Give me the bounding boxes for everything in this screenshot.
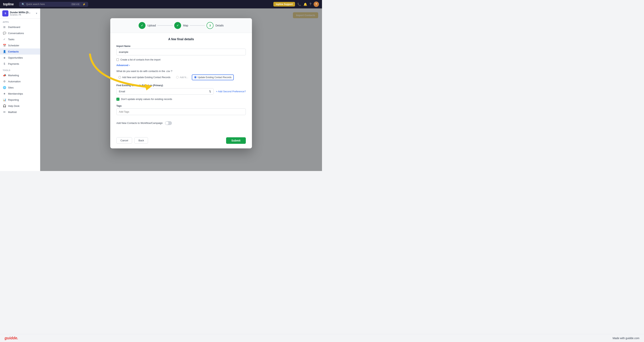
conversations-icon: 💬 xyxy=(3,32,6,35)
find-contacts-value: Email xyxy=(119,90,125,93)
sidebar-item-label: Conversations xyxy=(8,32,24,35)
search-shortcut: Ctrl + K xyxy=(71,3,80,6)
step-map-label: Map xyxy=(183,24,188,27)
sidebar-item-mailfold[interactable]: ✉ Mailfold xyxy=(0,109,40,115)
dashboard-icon: ⊞ xyxy=(3,26,6,28)
mailfold-icon: ✉ xyxy=(3,110,6,114)
advanced-arrow-icon: › xyxy=(129,64,130,67)
support-button[interactable]: topline Support xyxy=(273,2,295,6)
sidebar-item-reporting[interactable]: 📊 Reporting xyxy=(0,97,40,103)
step-map: ✓ Map xyxy=(174,22,188,29)
advanced-link-text: Advanced xyxy=(116,64,128,67)
import-name-group: Import Name xyxy=(116,45,246,55)
cancel-button[interactable]: Cancel xyxy=(116,137,132,144)
import-modal: ✓ Upload ✓ Map 3 Details A few final det… xyxy=(110,18,252,148)
step-upload-label: Upload xyxy=(148,24,156,27)
tags-group: Tags xyxy=(116,104,246,118)
sidebar-item-helpdesk[interactable]: 🎧 Help Desk xyxy=(0,103,40,109)
tools-section-label: Tools xyxy=(0,67,40,72)
sidebar-item-label: Tasks xyxy=(8,38,14,41)
sites-icon: 🌐 xyxy=(3,86,6,89)
advanced-link[interactable]: Advanced › xyxy=(116,64,130,67)
import-name-input[interactable] xyxy=(116,49,246,55)
lightning-icon: ⚡ xyxy=(82,3,86,6)
sidebar-item-scheduler[interactable]: 📅 Scheduler xyxy=(0,42,40,48)
import-name-label: Import Name xyxy=(116,45,246,48)
sidebar-item-label: Opportunities xyxy=(8,56,23,59)
search-icon: 🔍 xyxy=(22,3,25,6)
workspace-avatar: S xyxy=(2,10,8,16)
sidebar-item-contacts[interactable]: 👤 Contacts xyxy=(0,48,40,54)
dont-update-row: ✓ Don't update empty values for existing… xyxy=(116,98,246,101)
sidebar-item-marketing[interactable]: 📣 Marketing xyxy=(0,72,40,78)
sidebar-item-payments[interactable]: $ Payments xyxy=(0,61,40,67)
sidebar-item-label: Dashboard xyxy=(8,26,20,28)
submit-button[interactable]: Submit xyxy=(226,137,246,144)
radio-add-new[interactable]: Add N... xyxy=(174,75,190,80)
help-icon[interactable]: ? xyxy=(310,2,311,6)
sidebar-item-automation[interactable]: ⚙ Automation xyxy=(0,78,40,84)
create-list-row: Create a list of contacts from the impor… xyxy=(116,58,246,61)
step-details-label: Details xyxy=(215,24,224,27)
global-search[interactable]: 🔍 Quick search here Ctrl + K ⚡ xyxy=(19,2,88,7)
sidebar-item-dashboard[interactable]: ⊞ Dashboard xyxy=(0,24,40,30)
app-layout: S Dunder Mifflin [D... Scranton, PA ▼ Ap… xyxy=(0,8,322,171)
tags-input[interactable] xyxy=(116,108,246,115)
marketing-icon: 📣 xyxy=(3,74,6,77)
dont-update-checkbox[interactable]: ✓ xyxy=(116,98,120,101)
radio-update-existing[interactable]: Update Existing Contact Records xyxy=(192,74,234,80)
sidebar-item-label: Payments xyxy=(8,62,19,65)
main-content: Import Contacts ✓ Upload ✓ Map 3 Details xyxy=(40,8,322,171)
add-preference-link[interactable]: + Add Second Preference? xyxy=(216,90,246,93)
step-connector-1 xyxy=(157,25,173,26)
sidebar-item-label: Help Desk xyxy=(8,104,20,108)
create-list-label: Create a list of contacts from the impor… xyxy=(120,58,160,61)
sidebar-item-label: Scheduler xyxy=(8,44,19,47)
avatar[interactable]: T xyxy=(314,2,319,7)
radio-update-existing-label: Update Existing Contact Records xyxy=(198,76,232,79)
scheduler-icon: 📅 xyxy=(3,44,6,47)
radio-add-new-input[interactable] xyxy=(176,76,178,78)
workspace-selector[interactable]: S Dunder Mifflin [D... Scranton, PA ▼ xyxy=(0,8,40,18)
sidebar-item-sites[interactable]: 🌐 Sites xyxy=(0,84,40,90)
radio-add-update-input[interactable] xyxy=(118,76,121,78)
back-button[interactable]: Back xyxy=(134,137,148,144)
chevron-down-icon: ▼ xyxy=(36,12,38,15)
sidebar-item-tasks[interactable]: ✓ Tasks xyxy=(0,36,40,42)
radio-group-contact-action: Add New and Update Existing Contact Reco… xyxy=(116,74,246,80)
radio-add-update-label: Add New and Update Existing Contact Reco… xyxy=(122,76,170,79)
sidebar-item-label: Memberships xyxy=(8,92,23,95)
workflow-toggle[interactable] xyxy=(165,121,172,125)
modal-title: A few final details xyxy=(116,38,246,41)
app-logo: topline xyxy=(3,2,14,6)
phone-icon[interactable]: 📞 xyxy=(297,2,301,6)
memberships-icon: ★ xyxy=(3,92,6,95)
modal-footer: Cancel Back Submit xyxy=(110,134,252,148)
sidebar-item-opportunities[interactable]: ◈ Opportunities xyxy=(0,54,40,61)
nav-right-actions: topline Support 📞 🔔 ? T xyxy=(273,2,319,7)
find-contacts-select[interactable]: Email ⇅ xyxy=(116,88,214,94)
sidebar-item-memberships[interactable]: ★ Memberships xyxy=(0,90,40,97)
payments-icon: $ xyxy=(3,62,6,65)
sidebar-item-conversations[interactable]: 💬 Conversations xyxy=(0,30,40,36)
stepper: ✓ Upload ✓ Map 3 Details xyxy=(110,18,252,33)
opportunities-icon: ◈ xyxy=(3,56,6,59)
sidebar-item-label: Mailfold xyxy=(8,111,17,114)
contacts-icon: 👤 xyxy=(3,50,6,53)
create-list-checkbox[interactable] xyxy=(116,58,119,61)
automation-icon: ⚙ xyxy=(3,80,6,83)
radio-add-update[interactable]: Add New and Update Existing Contact Reco… xyxy=(116,75,172,80)
radio-update-existing-input[interactable] xyxy=(194,76,196,78)
workspace-info: Dunder Mifflin [D... Scranton, PA xyxy=(10,11,30,16)
select-chevron-icon: ⇅ xyxy=(209,90,211,93)
modal-body: A few final details Import Name Create a… xyxy=(110,33,252,134)
step-details-circle: 3 xyxy=(206,22,214,29)
find-contacts-group: Find Existing Contacts Based on (Primary… xyxy=(116,84,246,94)
sidebar-item-label: Marketing xyxy=(8,74,19,77)
radio-add-new-label: Add N... xyxy=(180,76,188,79)
helpdesk-icon: 🎧 xyxy=(3,104,6,108)
search-placeholder: Quick search here xyxy=(26,3,45,6)
bell-icon[interactable]: 🔔 xyxy=(304,2,307,6)
reporting-icon: 📊 xyxy=(3,98,6,101)
step-upload-circle: ✓ xyxy=(138,22,146,29)
